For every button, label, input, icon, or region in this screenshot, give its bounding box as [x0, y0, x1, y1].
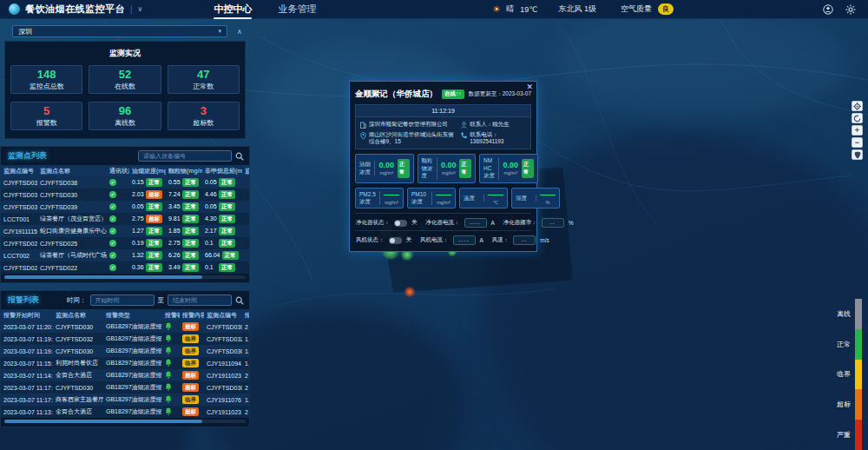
phone-number: 联系电话：13692541193 [470, 131, 526, 145]
alarm-bell-icon[interactable] [165, 347, 172, 354]
search-icon[interactable] [235, 296, 244, 305]
metric-label: 温度 [464, 195, 484, 202]
stat-card[interactable]: 5 报警数 [10, 102, 82, 130]
table-row[interactable]: LCCT002 绿茶餐厅（马成时代广场店） ✓ 1.32正常 6.26正常 66… [1, 249, 249, 261]
close-icon[interactable]: ✕ [526, 83, 533, 91]
nmhc-value: 0.05 [205, 203, 217, 209]
alarm-value: 1.6 [242, 361, 250, 367]
horizontal-scrollbar[interactable] [4, 420, 246, 423]
nav-control-center[interactable]: 中控中心 [212, 0, 253, 19]
alarms-panel: 报警列表 时间： 至 报警开始时间 监测点名称 报警类型 报警确认 [0, 290, 250, 427]
alarm-device-id: CJY1911076 [204, 397, 242, 403]
alarm-bell-icon[interactable] [165, 359, 172, 367]
comm-ok-icon: ✓ [109, 228, 116, 235]
table-row[interactable]: LCCT001 绿茶餐厅（茂业百货店） ✓ 2.75超标 9.81正常 4.30… [1, 213, 249, 225]
alarm-device-id: CJY1911023 [204, 373, 242, 379]
legend-color-swatch [855, 420, 862, 450]
alarm-device-id: CJY1911094 [204, 361, 242, 367]
zoom-in-button[interactable]: + [852, 125, 863, 136]
table-row[interactable]: 2023-03-07 11:15:19.0 利苑时尚餐饮店 GB18297油烟浓… [1, 357, 249, 369]
stat-card[interactable]: 148 监控点总数 [10, 65, 82, 94]
metric-status-badge: 正常 [398, 159, 410, 178]
col-header: 报警内容 [180, 311, 204, 320]
nmhc-value: 0.05 [205, 179, 217, 185]
alarm-bell-icon[interactable] [165, 407, 172, 415]
table-row[interactable]: 2023-03-07 11:20:31.0 CJYFTSD030 GB18297… [1, 321, 249, 333]
horizontal-scrollbar[interactable] [4, 275, 246, 279]
table-row[interactable]: 2023-03-07 11:19:48.0 CJYFTSD032 GB18297… [1, 333, 249, 345]
table-row[interactable]: CJY1911115 蛇口街康营健身康乐中心 ✓ 1.27正常 1.85正常 2… [1, 225, 249, 237]
control-row: 净化器状态： 关 净化器电流： ---- A 净化器频率： -- % [355, 213, 531, 228]
status-badge: 正常 [182, 239, 199, 247]
refresh-icon[interactable] [852, 113, 863, 123]
stat-card[interactable]: 3 超标数 [168, 102, 240, 130]
table-row[interactable]: CJYFTSD038 CJYFTSD038 ✓ 0.15正常 0.55正常 0.… [1, 176, 249, 189]
chevron-down-icon[interactable]: ∨ [138, 5, 143, 13]
legend-item: 超标 [837, 389, 862, 420]
metric-status-badge: 正常 [522, 159, 534, 178]
table-row[interactable]: 2023-03-07 11:14:49.0 金百合大酒店 GB18297油烟浓度… [1, 369, 249, 381]
stat-value: 47 [197, 69, 209, 80]
device-search-input[interactable] [138, 150, 232, 162]
rate-label: 净化器频率： [503, 219, 537, 227]
alarm-bell-icon[interactable] [165, 371, 172, 379]
data-updated-text: 数据更新至：2023-03-07 [469, 90, 531, 98]
pm-value: 2.75 [168, 240, 181, 246]
metric-card: 油烟浓度 0.00mg/m³ 正常 [355, 154, 414, 182]
stat-card[interactable]: 96 离线数 [89, 102, 161, 130]
weather-bar: ☀ 晴 19℃ 东北风 1级 空气质量 良 [492, 3, 674, 15]
col-header: 监测时间 [242, 167, 250, 175]
gear-icon[interactable] [845, 4, 856, 15]
nmhc-value: 4.46 [205, 191, 217, 197]
scrollbar-thumb[interactable] [4, 275, 202, 279]
alarm-type: GB18297油烟浓度报警 [103, 383, 162, 392]
legend-label: 严重 [837, 430, 851, 440]
current-unit: A [491, 220, 495, 226]
alarm-bell-icon[interactable] [165, 322, 172, 330]
weather-temp: 19℃ [520, 5, 537, 14]
stat-card[interactable]: 47 正常数 [168, 65, 240, 94]
table-row[interactable]: 2023-03-07 11:17:58.0 CJYFTSD030 GB18297… [1, 381, 249, 394]
alarm-type: GB18297油烟浓度报警 [103, 371, 162, 380]
start-time-input[interactable] [90, 294, 155, 306]
table-row[interactable]: CJYFTSD039 CJYFTSD039 ✓ 0.05正常 3.45正常 0.… [1, 201, 249, 213]
zoom-out-button[interactable]: − [852, 137, 863, 148]
alarm-time: 2023-03-07 11:19:48.0 [1, 336, 53, 342]
emission-marker[interactable] [404, 287, 416, 298]
pm-value: 0.55 [168, 179, 181, 185]
popup-title: 金顺聚记（华侨城店） [355, 89, 437, 100]
shield-icon[interactable] [852, 149, 863, 160]
status-badge: 超标 [146, 190, 162, 198]
metric-unit: ℃ [493, 200, 498, 205]
alarm-content-badge: 临界 [182, 395, 199, 403]
stat-card[interactable]: 52 在线数 [89, 65, 161, 94]
alarm-device-id: CJYFTSD032 [204, 336, 242, 342]
power-toggle[interactable] [389, 237, 402, 244]
status-badge: 正常 [219, 227, 235, 235]
city-select[interactable]: 深圳 ▾ [12, 25, 227, 37]
table-row[interactable]: 2023-03-07 11:17:42.0 商客西家主题餐厅 GB18297油烟… [1, 394, 249, 406]
power-toggle[interactable] [394, 220, 407, 227]
status-badge: 正常 [182, 251, 199, 259]
locate-icon[interactable] [852, 101, 863, 111]
status-badge: 正常 [146, 251, 162, 259]
table-row[interactable]: CJYFTSD022 CJYFTSD022 ✓ 0.36正常 3.49正常 0.… [1, 261, 249, 274]
table-row[interactable]: 2023-03-07 11:13:50.0 金百合大酒店 GB18297油烟浓度… [1, 406, 249, 418]
search-icon[interactable] [235, 152, 244, 161]
sidebar-collapse-button[interactable]: ∧ [233, 26, 247, 36]
alarm-time: 2023-03-07 11:20:31.0 [1, 324, 53, 330]
pm-value: 6.26 [168, 252, 181, 258]
alarm-bell-icon[interactable] [165, 383, 172, 391]
alarm-bell-icon[interactable] [165, 395, 172, 403]
table-row[interactable]: CJYFTSD030 CJYFTSD030 ✓ 2.03超标 7.24正常 4.… [1, 189, 249, 201]
table-row[interactable]: CJYFTSD025 CJYFTSD025 ✓ 0.19正常 2.75正常 0.… [1, 237, 249, 249]
user-icon[interactable] [823, 4, 833, 15]
legend-color-swatch [855, 329, 862, 360]
end-time-input[interactable] [168, 294, 232, 306]
time-filter-label: 时间： [67, 296, 87, 305]
table-row[interactable]: 2023-03-07 11:19:40.0 CJYFTSD030 GB18297… [1, 345, 249, 357]
nav-business-mgmt[interactable]: 业务管理 [276, 0, 318, 19]
status-badge: 正常 [182, 202, 199, 210]
scrollbar-thumb[interactable] [4, 420, 202, 423]
alarm-bell-icon[interactable] [165, 334, 172, 342]
